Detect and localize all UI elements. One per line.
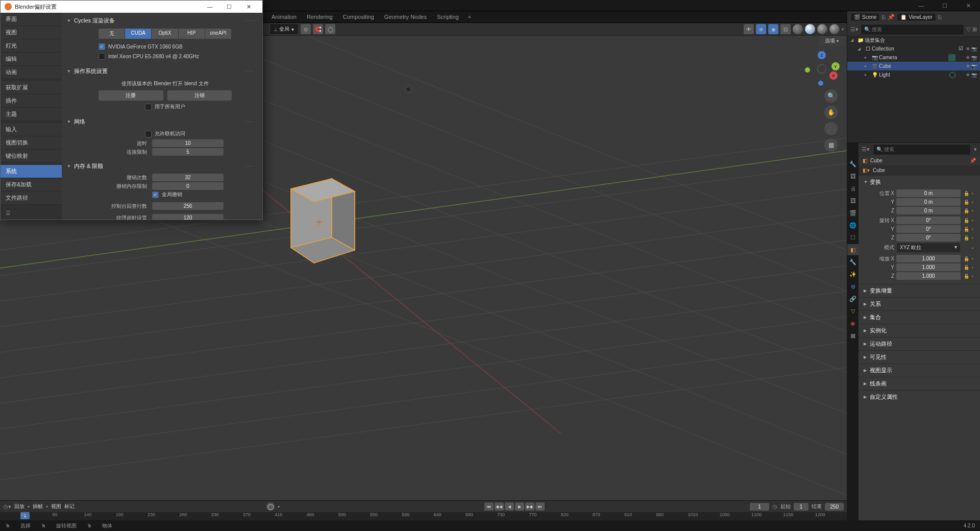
prop-tab-collection[interactable]: ☐ xyxy=(847,232,859,243)
section-custom[interactable]: ▶自定义属性 xyxy=(859,391,980,403)
viewport-options-tab[interactable]: 选项 ▾ xyxy=(819,36,845,46)
section-lineart[interactable]: ▶线条画 xyxy=(859,377,980,390)
ws-scripting[interactable]: Scripting xyxy=(432,12,464,22)
gizmo-x-axis[interactable]: X xyxy=(829,71,838,80)
console-field[interactable]: 256 xyxy=(152,202,224,210)
prefs-tab-themes[interactable]: 主题 xyxy=(1,108,62,121)
timeline-ruler[interactable]: 1 40901401902302803303704104605005505906… xyxy=(0,512,847,521)
outliner-editor-icon[interactable]: ☰▾ xyxy=(850,26,859,33)
prop-editor-icon[interactable]: ☰▾ xyxy=(862,146,870,153)
pin-scene-icon[interactable]: 📌 xyxy=(888,14,895,20)
proportional-icon[interactable]: ◯ xyxy=(325,24,335,34)
scale-z-field[interactable]: 1.000 xyxy=(896,272,961,280)
shading-dropdown-icon[interactable]: ▾ xyxy=(842,27,844,32)
keyframe-prev-icon[interactable]: ◆◀ xyxy=(495,502,504,511)
outliner-item-camera[interactable]: ▸ 📷 Camera 👁📷 xyxy=(847,53,980,62)
prop-tab-output[interactable]: 🖨 xyxy=(847,183,859,194)
transform-orientation[interactable]: ⟂全局▾ xyxy=(270,23,299,35)
cpu-checkbox[interactable] xyxy=(99,53,105,60)
undo-steps-field[interactable]: 32 xyxy=(152,174,224,181)
properties-search[interactable]: 🔍 搜索 xyxy=(873,144,971,155)
prefs-tab-extensions[interactable]: 获取扩展 xyxy=(1,81,62,94)
tl-menu-marker[interactable]: 标记 xyxy=(64,503,75,510)
jump-start-icon[interactable]: ⏮ xyxy=(484,502,494,511)
xray-icon[interactable]: ⊡ xyxy=(780,24,791,34)
keyframe-next-icon[interactable]: ▶◆ xyxy=(525,502,534,511)
gpu-checkbox[interactable]: ✓ xyxy=(99,43,105,50)
prop-tab-scene[interactable]: 🎬 xyxy=(847,207,859,219)
nav-pan-icon[interactable]: ✋ xyxy=(824,106,838,119)
nav-gizmo[interactable]: Z Y X xyxy=(804,51,840,87)
scale-x-field[interactable]: 1.000 xyxy=(896,255,961,262)
main-minimize[interactable]: — xyxy=(910,0,933,11)
lock-icon[interactable]: 🔓 xyxy=(963,227,970,232)
outliner-search[interactable]: 🔍 搜索 xyxy=(861,24,964,35)
prefs-tab-interface[interactable]: 界面 xyxy=(1,13,62,26)
prop-tab-material[interactable]: ◉ xyxy=(847,318,859,329)
prefs-menu-icon[interactable]: ☰ xyxy=(1,207,62,220)
tl-menu-playback[interactable]: 回放 xyxy=(14,503,24,510)
nav-persp-icon[interactable]: ▦ xyxy=(824,138,838,152)
timeline-editor-icon[interactable]: ◷▾ xyxy=(3,503,11,510)
cycles-cuda[interactable]: CUDA xyxy=(125,29,152,39)
wireframe-shading[interactable] xyxy=(793,24,803,34)
global-undo-checkbox[interactable]: ✓ xyxy=(152,191,159,198)
outliner-scene-collection[interactable]: ◢ 📁 场景集合 xyxy=(847,36,980,44)
new-scene-icon[interactable]: ⎘ xyxy=(882,14,886,20)
prefs-tab-editing[interactable]: 编辑 xyxy=(1,53,62,66)
section-deltatransform[interactable]: ▶变换增量 xyxy=(859,284,980,297)
panel-cycles-devices[interactable]: ▼Cycles 渲染设备⋯⋯ xyxy=(64,15,257,27)
ws-rendering[interactable]: Rendering xyxy=(302,12,338,22)
lock-icon[interactable]: 🔓 xyxy=(963,235,970,240)
nav-zoom-icon[interactable]: 🔍 xyxy=(824,89,838,103)
texture-timeout-field[interactable]: 120 xyxy=(152,214,224,220)
new-viewlayer-icon[interactable]: ⎘ xyxy=(938,14,942,20)
prop-tab-physics[interactable]: ⊚ xyxy=(847,281,859,292)
lock-icon[interactable]: 🔓 xyxy=(963,191,970,196)
register-button[interactable]: 注册 xyxy=(99,90,163,101)
gizmo-toggle-icon[interactable]: ⊕ xyxy=(756,24,766,34)
rot-x-field[interactable]: 0° xyxy=(896,216,961,224)
online-checkbox[interactable] xyxy=(145,131,152,137)
section-viewportdisplay[interactable]: ▶视图显示 xyxy=(859,364,980,377)
play-icon[interactable]: ▶ xyxy=(515,502,524,511)
nav-camera-icon[interactable]: 🎥 xyxy=(824,122,838,135)
current-frame-field[interactable]: 1 xyxy=(750,503,769,511)
gizmo-z-axis[interactable]: Z xyxy=(818,51,826,59)
prefs-maximize[interactable]: ☐ xyxy=(219,1,239,13)
overlays-icon[interactable]: ◉ xyxy=(768,24,778,34)
outliner-collection[interactable]: ◢ ☐ Collection ☑ 👁📷 xyxy=(847,44,980,53)
rendered-shading[interactable] xyxy=(829,24,840,34)
lock-icon[interactable]: 🔓 xyxy=(963,200,970,205)
prop-options-icon[interactable]: ▾ xyxy=(974,146,977,153)
outliner-new-icon[interactable]: ⊞ xyxy=(972,26,977,33)
prefs-tab-lights[interactable]: 灯光 xyxy=(1,39,62,53)
main-close[interactable]: ✕ xyxy=(957,0,980,11)
scale-y-field[interactable]: 1.000 xyxy=(896,263,961,271)
prop-tab-constraints[interactable]: 🔗 xyxy=(847,293,859,304)
prop-tab-modifiers[interactable]: 🔧 xyxy=(847,256,859,268)
prop-tab-world[interactable]: 🌐 xyxy=(847,220,859,231)
prefs-tab-filepaths[interactable]: 文件路径 xyxy=(1,191,62,205)
prefs-close[interactable]: ✕ xyxy=(239,1,258,13)
connlimit-field[interactable]: 5 xyxy=(152,148,224,156)
solid-shading[interactable] xyxy=(805,24,815,34)
prop-tab-tool[interactable]: 🔧 xyxy=(847,158,859,170)
prop-tab-render[interactable]: 🖼 xyxy=(847,171,859,182)
lock-icon[interactable]: 🔓 xyxy=(963,218,970,223)
ws-compositing[interactable]: Compositing xyxy=(338,12,379,22)
rotation-mode-select[interactable]: XYZ 欧拉▾ xyxy=(896,243,961,253)
prefs-tab-navigation[interactable]: 视图切换 xyxy=(1,136,62,150)
snap-icon[interactable]: 🧲 xyxy=(313,24,323,34)
section-motionpaths[interactable]: ▶运动路径 xyxy=(859,337,980,350)
play-reverse-icon[interactable]: ◀ xyxy=(505,502,514,511)
prefs-minimize[interactable]: — xyxy=(200,1,219,13)
loc-x-field[interactable]: 0 m xyxy=(896,189,961,197)
jump-end-icon[interactable]: ⏭ xyxy=(535,502,545,511)
cycles-optix[interactable]: OptiX xyxy=(152,29,178,39)
prefs-tab-keymap[interactable]: 键位映射 xyxy=(1,150,62,163)
panel-memory-limits[interactable]: ▼内存 & 限额⋯⋯ xyxy=(64,160,257,172)
panel-os-settings[interactable]: ▼操作系统设置⋯⋯ xyxy=(64,65,257,77)
prop-tab-particles[interactable]: ✨ xyxy=(847,269,859,280)
panel-network[interactable]: ▼网络⋯⋯ xyxy=(64,116,257,128)
